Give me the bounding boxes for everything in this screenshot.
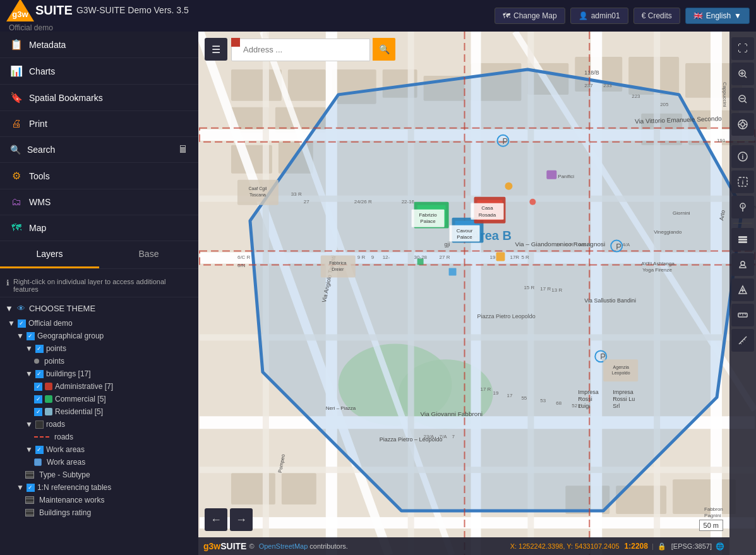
map-area[interactable]: ☰ 🔍: [198, 32, 756, 555]
svg-text:33 R: 33 R: [291, 191, 302, 197]
change-map-button[interactable]: 🗺 Change Map: [495, 8, 565, 24]
credits-button[interactable]: € Credits: [633, 8, 680, 24]
zoom-out-button[interactable]: [731, 88, 754, 110]
tree-geo-group[interactable]: ▼ Geographical group: [16, 330, 198, 342]
check-workareas[interactable]: [35, 446, 44, 454]
tree-type-subtype[interactable]: Type - Subtype: [25, 468, 198, 481]
residential-label: Residential [5]: [55, 407, 103, 416]
fullscreen-button[interactable]: ⛶: [731, 37, 754, 60]
svg-text:52 R: 52 R: [572, 403, 582, 409]
tree-residential[interactable]: Residential [5]: [34, 405, 198, 418]
svg-text:9: 9: [371, 254, 375, 260]
tree-1n-group[interactable]: ▼ 1:N referencing tables: [16, 481, 198, 494]
sidebar-item-metadata[interactable]: 📋 Metadata: [0, 32, 198, 58]
address-input[interactable]: [231, 39, 370, 61]
check-roads[interactable]: [35, 421, 44, 429]
svg-rect-22: [282, 473, 316, 504]
svg-rect-67: [449, 268, 457, 276]
tree-buildings-rating[interactable]: Buildings rating: [25, 506, 198, 519]
collapse-geo-icon: ▼: [16, 331, 24, 340]
layers-info-bar: ℹ Right-click on individual layer to acc…: [0, 274, 198, 297]
settings-button[interactable]: [731, 113, 754, 136]
zoom-in-button[interactable]: [731, 63, 754, 85]
commercial-label: Commercial [5]: [55, 395, 106, 403]
type-subtype-label: Type - Subtype: [39, 470, 90, 479]
info-point-button[interactable]: i: [731, 196, 754, 218]
svg-text:19: 19: [493, 390, 498, 396]
check-geo-group[interactable]: [27, 332, 35, 340]
svg-text:8 R: 8 R: [565, 242, 573, 248]
collapse-workareas-icon: ▼: [25, 445, 33, 454]
hamburger-button[interactable]: ☰: [205, 38, 227, 61]
svg-text:17 R: 17 R: [480, 386, 491, 392]
tree-workareas-group[interactable]: ▼ Work areas: [25, 443, 198, 456]
svg-line-182: [742, 341, 743, 342]
svg-rect-5: [231, 69, 282, 101]
main-layout: 📋 Metadata 📊 Charts 🔖 Spatial Bookmarks …: [0, 32, 756, 555]
layer-tabs: Layers Base: [0, 241, 198, 269]
tree-roads-group[interactable]: ▼ roads: [25, 418, 198, 431]
ruler-button[interactable]: [731, 329, 754, 352]
sidebar-item-charts[interactable]: 📊 Charts: [0, 58, 198, 85]
svg-line-181: [740, 343, 741, 344]
svg-text:15 R: 15 R: [524, 285, 534, 290]
search-map-button[interactable]: 🔍: [373, 38, 395, 61]
map-tiles[interactable]: Via Vittorio Emanuele Secondo Via – Gian…: [198, 32, 756, 555]
check-1n[interactable]: [27, 484, 35, 492]
info-button[interactable]: i: [731, 145, 754, 168]
tree-points-group[interactable]: ▼ points: [25, 342, 198, 355]
forward-button[interactable]: →: [230, 508, 253, 531]
sidebar-item-label-tools: Tools: [29, 171, 50, 181]
user-location-button[interactable]: [731, 253, 754, 276]
tab-base[interactable]: Base: [99, 241, 198, 268]
svg-text:Via Giovanni Fabbroni: Via Giovanni Fabbroni: [421, 410, 483, 417]
zoom-divider: |: [652, 542, 654, 550]
admin-button[interactable]: 👤 admin01: [570, 8, 628, 24]
check-residential[interactable]: [34, 408, 42, 416]
svg-text:68: 68: [556, 400, 561, 406]
buildings-label: buildings [17]: [46, 369, 91, 378]
map-zoom: 1:2208: [625, 542, 648, 551]
layer-control-button[interactable]: [731, 228, 754, 251]
globe-icon: 🌐: [716, 542, 724, 551]
check-admin[interactable]: [34, 383, 42, 391]
check-points[interactable]: [35, 345, 44, 353]
tree-administrative[interactable]: Administrative [7]: [34, 380, 198, 393]
sidebar-item-bookmarks[interactable]: 🔖 Spatial Bookmarks: [0, 85, 198, 111]
sidebar-item-search[interactable]: 🔍 Search 🖩: [0, 137, 198, 163]
check-commercial[interactable]: [34, 395, 42, 403]
map-bottom-bar: g3wSUITE © OpenStreetMap contributors. X…: [198, 537, 729, 555]
measure-button[interactable]: [731, 304, 754, 326]
buildings-rating-label: Buildings rating: [39, 508, 91, 517]
sidebar-item-wms[interactable]: 🗂 WMS: [0, 189, 198, 215]
svg-line-150: [745, 76, 747, 78]
check-official-demo[interactable]: [18, 319, 26, 328]
language-button[interactable]: 🇬🇧 English ▼: [685, 8, 750, 24]
tree-official-demo[interactable]: ▼ Official demo: [8, 317, 198, 330]
1n-label: 1:N referencing tables: [37, 483, 111, 492]
info-selection-button[interactable]: i: [731, 170, 754, 193]
tree-commercial[interactable]: Commercial [5]: [34, 393, 198, 405]
svg-rect-87: [546, 170, 556, 179]
svg-text:12-: 12-: [383, 254, 390, 260]
sidebar-item-map[interactable]: 🗺 Map: [0, 215, 198, 241]
map-coords: X: 1252242.3398, Y: 5433107.2405: [510, 542, 620, 550]
svg-text:14: 14: [556, 242, 561, 248]
map-topbar: ☰ 🔍: [205, 38, 395, 61]
info-icon: ℹ: [6, 278, 9, 287]
sidebar-item-tools[interactable]: ⚙ Tools: [0, 163, 198, 189]
calculator-icon[interactable]: 🖩: [178, 144, 188, 155]
add-feature-button[interactable]: [731, 278, 754, 301]
svg-text:Giornini: Giornini: [673, 210, 690, 216]
tree-points-leaf: points: [34, 355, 198, 367]
tab-layers[interactable]: Layers: [0, 241, 99, 268]
back-button[interactable]: ←: [205, 508, 227, 531]
check-buildings[interactable]: [35, 370, 44, 378]
sidebar-item-print[interactable]: 🖨 Print: [0, 111, 198, 137]
tree-buildings-group[interactable]: ▼ buildings [17]: [25, 367, 198, 380]
svg-text:Neri – Piazza: Neri – Piazza: [326, 405, 356, 411]
svg-point-65: [505, 182, 512, 190]
choose-theme-header[interactable]: ▼ 👁 CHOOSE THEME: [0, 300, 198, 317]
svg-point-66: [529, 199, 536, 205]
tree-maintenance[interactable]: Maintenance works: [25, 494, 198, 506]
